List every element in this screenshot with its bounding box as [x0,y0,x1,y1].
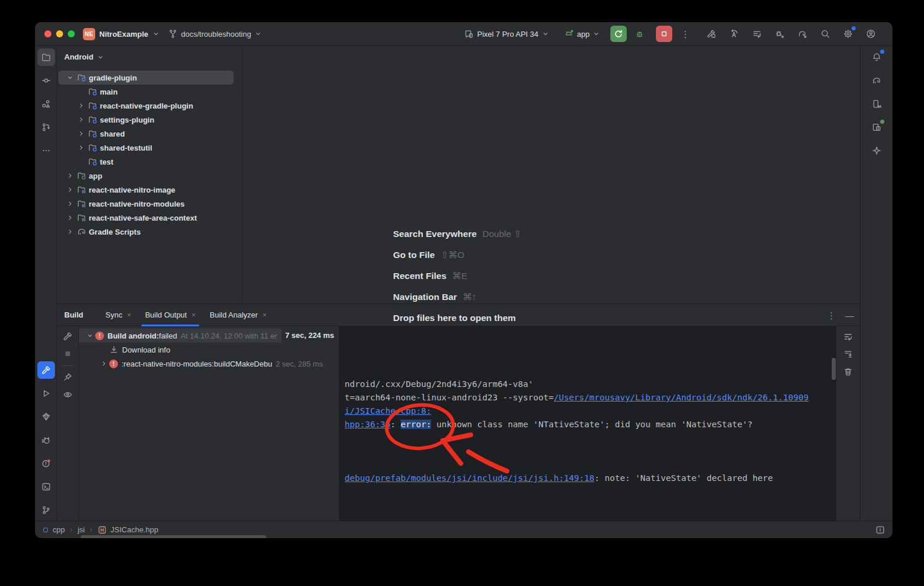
build-task-status: Download info [122,346,170,354]
filter-eye-button[interactable] [60,387,75,402]
search-icon [821,29,830,39]
more-icon [41,146,51,155]
gradle-tool-button[interactable] [868,72,885,89]
project-tree-item-react-native-safe-area-context[interactable]: react-native-safe-area-context [57,211,242,225]
hide-panel-icon[interactable]: — [845,311,854,320]
chevron-right-icon[interactable] [65,199,75,208]
commit-tool-button[interactable] [37,72,55,89]
list-restore-tool-button[interactable] [748,25,766,43]
clear-all-button[interactable] [841,365,855,379]
running-devices-tool-button[interactable] [868,118,885,136]
shortcut-action: Search Everywhere [393,229,477,239]
version-control-tool-button[interactable] [37,501,55,519]
soft-wrap-icon [843,332,853,341]
branch-selector[interactable]: docs/troubleshooting [168,22,262,46]
project-tree-item-main[interactable]: main [57,85,242,99]
stop-button[interactable] [656,26,672,42]
build-options-kebab-icon[interactable]: ⋮ [827,311,836,320]
device-manager-tool-button[interactable] [868,95,885,113]
kebab-icon: ⋮ [681,30,690,39]
build-tool-button[interactable] [37,361,55,379]
build-tree-row-0[interactable]: !Build android: failedAt 14.10.24, 12:00… [79,329,339,343]
debug-button[interactable] [631,26,648,42]
stop-disabled-button[interactable] [60,346,75,361]
pin-button[interactable] [60,369,75,385]
console-file-link[interactable]: debug/prefab/modules/jsi/include/jsi/jsi… [345,473,595,483]
logcat-icon [41,435,51,445]
hammer-build-tool-button[interactable] [703,25,720,43]
more-tool-button[interactable] [37,142,55,159]
breadcrumb-jsi[interactable]: jsi [78,525,85,534]
project-tree-item-react-native-nitro-modules[interactable]: react-native-nitro-modules [57,197,242,211]
run-config-selector[interactable]: app [564,29,600,39]
tab-close-icon[interactable]: × [262,311,266,319]
chevron-right-icon[interactable] [65,185,75,194]
chevron-down-icon[interactable] [85,331,95,340]
tab-build-output[interactable]: Build Output× [138,304,203,326]
project-tree-item-react-native-gradle-plugin[interactable]: react-native-gradle-plugin [57,99,242,113]
tab-close-icon[interactable]: × [127,311,131,319]
breadcrumb-JSICache.hpp[interactable]: JSICache.hpp [98,525,158,535]
console-text: t=aarch64-none-linux-android23 --sysroot… [345,393,554,402]
maximize-window-button[interactable] [68,30,75,37]
run-tool-button[interactable] [37,385,55,402]
notifications-popup-icon[interactable] [875,525,885,535]
structure-tool-button[interactable] [37,95,55,113]
project-tree-item-settings-plugin[interactable]: settings-plugin [57,113,242,127]
chevron-right-icon[interactable] [65,171,75,180]
stop-icon [659,29,669,39]
minimize-window-button[interactable] [56,30,63,37]
gemini-tool-button[interactable] [868,142,885,159]
project-tree-item-shared-testutil[interactable]: shared-testutil [57,141,242,155]
console-file-link[interactable]: hpp:36:36 [345,420,391,429]
device-selector[interactable]: Pixel 7 Pro API 34 [464,29,549,39]
chevron-right-icon[interactable] [77,129,86,138]
rerun-button[interactable] [610,26,627,42]
more-run-options-button[interactable]: ⋮ [677,26,693,42]
console-line: hpp:36:36: error: unknown class name 'NT… [345,418,836,431]
pull-requests-tool-button[interactable] [37,118,55,136]
chevron-right-icon[interactable] [99,359,109,368]
build-tree-row-2[interactable]: !:react-native-nitro-modules:buildCMakeD… [79,357,339,371]
console-file-link[interactable]: i/JSICache.cpp:8: [345,406,431,416]
restart-build-button[interactable] [60,329,75,344]
chevron-right-icon[interactable] [77,115,86,124]
close-window-button[interactable] [44,30,51,37]
soft-wrap-button[interactable] [841,330,855,344]
project-tree-item-app[interactable]: app [57,169,242,183]
notifications-tool-button[interactable] [868,48,885,66]
chevron-right-icon[interactable] [77,143,86,152]
chevron-right-icon[interactable] [77,101,86,110]
build-tree-row-1[interactable]: Download info [79,343,339,357]
search-tool-button[interactable] [817,25,834,43]
project-tree-item-test[interactable]: test [57,155,242,169]
project-view-selector[interactable]: Android [57,46,242,67]
console-line [345,458,836,472]
tab-sync[interactable]: Sync× [99,304,138,326]
project-tree-item-shared[interactable]: shared [57,127,242,141]
settings-tool-button[interactable] [839,25,857,43]
app-quality-insights-tool-button[interactable] [37,408,55,425]
problems-tool-button[interactable] [37,455,55,472]
console-file-link[interactable]: /Users/mrousavy/Library/Android/sdk/ndk/… [554,393,809,402]
project-selector[interactable]: NE NitroExample [83,22,159,46]
terminal-tool-button[interactable] [37,478,55,496]
attach-debugger-tool-button[interactable] [771,25,788,43]
tab-build-analyzer[interactable]: Build Analyzer× [203,304,273,326]
profile-tool-button[interactable] [862,25,880,43]
chevron-right-icon[interactable] [65,227,75,236]
a-sync-tool-button[interactable] [725,25,743,43]
scroll-to-end-button[interactable] [841,347,855,361]
tab-close-icon[interactable]: × [192,311,196,319]
project-tree-item-react-native-nitro-image[interactable]: react-native-nitro-image [57,183,242,197]
chevron-down-icon[interactable] [65,73,75,82]
project-tree-item-Gradle Scripts[interactable]: Gradle Scripts [57,225,242,239]
project-tool-button[interactable] [37,48,55,66]
run-config-name: app [577,30,590,39]
breadcrumb-cpp[interactable]: cpp [42,525,65,534]
logcat-tool-button[interactable] [37,431,55,449]
console-vscrollbar[interactable] [832,358,836,380]
gradle-sync-tool-button[interactable] [794,25,811,43]
chevron-right-icon[interactable] [65,213,75,222]
project-tree-item-gradle-plugin[interactable]: gradle-plugin [57,71,242,85]
